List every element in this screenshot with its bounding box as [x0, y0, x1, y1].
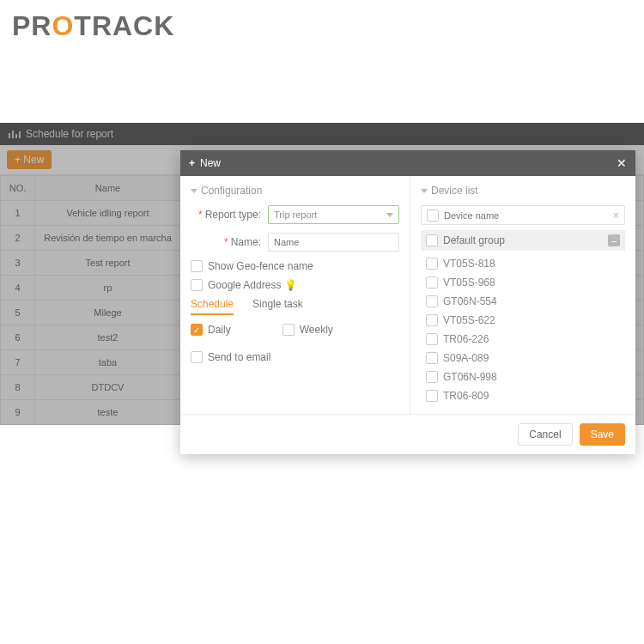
cancel-button[interactable]: Cancel — [518, 423, 572, 446]
google-address-row[interactable]: Google Address 💡 — [191, 279, 399, 291]
device-item[interactable]: TR06-809 — [421, 386, 625, 405]
page-container: Schedule for report + New NO. Name Trip … — [0, 123, 644, 425]
new-modal: +New ✕ Configuration *Report type: Trip … — [180, 150, 635, 454]
name-input[interactable] — [268, 233, 399, 252]
tab-schedule[interactable]: Schedule — [191, 298, 234, 315]
device-search[interactable]: × — [421, 205, 625, 225]
device-item[interactable]: VT05S-818 — [421, 254, 625, 273]
lightbulb-icon: 💡 — [284, 279, 297, 291]
checkbox-device[interactable] — [426, 390, 438, 402]
close-icon[interactable]: ✕ — [617, 156, 627, 170]
checkbox-device[interactable] — [426, 295, 438, 307]
checkbox-device[interactable] — [426, 333, 438, 345]
config-title: Configuration — [201, 185, 262, 197]
device-item[interactable]: VT05S-968 — [421, 273, 625, 292]
clear-icon[interactable]: × — [612, 209, 619, 222]
brand-logo: PROTRACK — [0, 0, 644, 47]
device-search-input[interactable] — [444, 210, 609, 221]
device-item[interactable]: S09A-089 — [421, 349, 625, 368]
show-geofence-row[interactable]: Show Geo-fence name — [191, 260, 399, 272]
device-item[interactable]: GT06N-554 — [421, 292, 625, 311]
checkbox-group[interactable] — [426, 234, 438, 246]
device-item[interactable]: GT06N-998 — [421, 368, 625, 386]
report-type-select[interactable]: Trip report — [268, 205, 399, 224]
device-list-title: Device list — [431, 185, 478, 197]
send-email-row[interactable]: Send to email — [191, 351, 399, 363]
caret-down-icon — [421, 189, 428, 193]
tab-single-task[interactable]: Single task — [252, 298, 303, 315]
checkbox-google-address[interactable] — [191, 279, 203, 291]
name-label: Name: — [231, 236, 261, 248]
device-item[interactable]: TR06-226 — [421, 330, 625, 349]
checkbox-weekly[interactable] — [283, 324, 295, 336]
weekly-option[interactable]: Weekly — [283, 324, 333, 336]
default-group-header[interactable]: Default group – — [421, 230, 625, 251]
checkbox-select-all[interactable] — [427, 210, 439, 222]
checkbox-device[interactable] — [426, 258, 438, 270]
checkbox-device[interactable] — [426, 314, 438, 326]
device-item[interactable]: VT05S-622 — [421, 311, 625, 330]
checkbox-geofence[interactable] — [191, 260, 203, 272]
modal-title: New — [200, 157, 221, 169]
checkbox-device[interactable] — [426, 276, 438, 289]
save-button[interactable]: Save — [580, 423, 625, 446]
plus-icon: + — [189, 157, 195, 169]
modal-header: +New ✕ — [180, 150, 635, 176]
checkbox-daily[interactable]: ✓ — [191, 324, 203, 336]
checkbox-send-email[interactable] — [191, 351, 203, 363]
report-type-label: Report type: — [205, 209, 261, 221]
caret-down-icon — [191, 189, 197, 193]
checkbox-device[interactable] — [426, 371, 438, 383]
checkbox-device[interactable] — [426, 352, 438, 364]
device-list-pane: Device list × Default group – VT05S-818V… — [410, 176, 635, 414]
modal-footer: Cancel Save — [180, 414, 635, 454]
chevron-down-icon — [386, 213, 393, 217]
configuration-pane: Configuration *Report type: Trip report … — [180, 176, 410, 414]
daily-option[interactable]: ✓ Daily — [191, 324, 231, 336]
collapse-icon[interactable]: – — [608, 234, 620, 246]
